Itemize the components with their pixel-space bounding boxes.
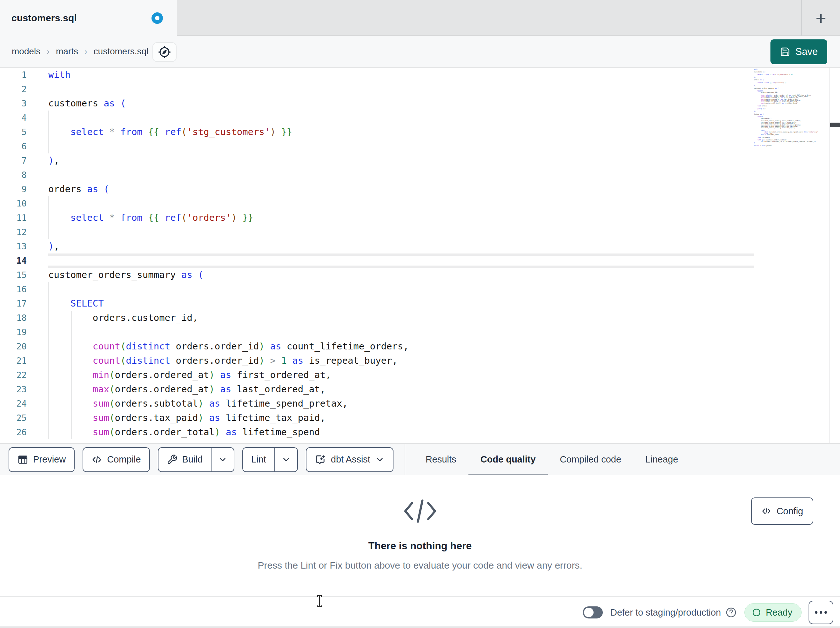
code-line-content xyxy=(48,111,754,125)
breadcrumb-bar: models › marts › customers.sql xyxy=(0,36,840,68)
new-tab-button[interactable]: + xyxy=(810,0,832,36)
tab-title: customers.sql xyxy=(11,13,77,24)
breadcrumb-item-marts[interactable]: marts xyxy=(56,46,78,57)
line-number: 25 xyxy=(0,411,27,425)
code-line[interactable]: 8 xyxy=(0,168,840,182)
more-options-button[interactable] xyxy=(808,601,833,624)
help-icon[interactable] xyxy=(725,607,737,618)
dbt-assist-button-label: dbt Assist xyxy=(331,454,370,465)
code-line[interactable]: 9orders as ( xyxy=(0,182,840,196)
tab-compiled-code[interactable]: Compiled code xyxy=(548,443,633,476)
line-number: 5 xyxy=(0,125,27,139)
dbt-ide-window: customers.sql + models › marts › custome… xyxy=(0,0,840,628)
toolbar-tabs-divider xyxy=(404,443,405,476)
code-editor[interactable]: 1with23customers as (45 select * from {{… xyxy=(0,68,840,443)
wrench-icon xyxy=(167,454,177,465)
code-line[interactable]: 4 xyxy=(0,111,840,125)
lint-menu-button[interactable] xyxy=(275,448,297,471)
scrollbar-thumb[interactable] xyxy=(830,123,840,127)
build-button-label: Build xyxy=(182,454,203,465)
code-minimap[interactable]: with customers as ( select * from {{ ref… xyxy=(754,69,827,151)
table-icon xyxy=(17,454,28,465)
breadcrumb: models › marts › customers.sql xyxy=(12,36,148,67)
config-button-label: Config xyxy=(777,506,803,517)
indent-guide xyxy=(48,196,49,239)
code-line[interactable]: 6 xyxy=(0,139,840,153)
code-line[interactable]: 19 xyxy=(0,325,840,339)
breadcrumb-item-file[interactable]: customers.sql xyxy=(94,46,148,57)
tab-results[interactable]: Results xyxy=(414,443,469,476)
code-line[interactable]: 16 xyxy=(0,282,840,296)
code-line-content: sum(orders.tax_paid) as lifetime_tax_pai… xyxy=(48,411,754,425)
results-tab-list: ResultsCode qualityCompiled codeLineage xyxy=(414,443,690,476)
code-line[interactable]: 11 select * from {{ ref('orders') }} xyxy=(0,210,840,225)
config-button[interactable]: Config xyxy=(751,497,813,525)
code-line[interactable]: 23 max(orders.ordered_at) as last_ordere… xyxy=(0,382,840,396)
code-line[interactable]: 1with xyxy=(0,68,840,82)
code-quality-panel: There is nothing here Press the Lint or … xyxy=(0,475,840,596)
code-line[interactable]: 21 count(distinct orders.order_id) > 1 a… xyxy=(0,354,840,368)
line-number: 26 xyxy=(0,425,27,439)
code-line[interactable]: 12 xyxy=(0,225,840,239)
defer-toggle[interactable] xyxy=(583,606,603,619)
line-number: 6 xyxy=(0,139,27,153)
line-number: 16 xyxy=(0,282,27,296)
code-line[interactable]: 2 xyxy=(0,82,840,96)
newtab-divider-line xyxy=(801,0,802,36)
code-line[interactable]: 22 min(orders.ordered_at) as first_order… xyxy=(0,368,840,382)
minimap-lines: with customers as ( select * from {{ ref… xyxy=(754,69,827,146)
line-number: 23 xyxy=(0,382,27,396)
tab-label: Code quality xyxy=(480,454,536,465)
status-bar: Defer to staging/production Ready xyxy=(0,596,840,628)
compile-button[interactable]: Compile xyxy=(82,447,150,472)
code-line[interactable]: 3customers as ( xyxy=(0,96,840,111)
code-line[interactable]: 18 orders.customer_id, xyxy=(0,311,840,325)
tab-label: Lineage xyxy=(645,454,678,465)
code-line[interactable]: 17 SELECT xyxy=(0,296,840,311)
editor-right-border xyxy=(829,68,829,443)
tab-label: Compiled code xyxy=(560,454,621,465)
code-line-content xyxy=(48,253,754,268)
tab-code-quality[interactable]: Code quality xyxy=(469,443,548,476)
code-line-content: count(distinct orders.order_id) as count… xyxy=(48,339,754,354)
build-button[interactable]: Build xyxy=(158,448,211,471)
chevron-down-icon xyxy=(375,455,385,464)
status-badge[interactable]: Ready xyxy=(744,603,802,622)
tab-customers-sql[interactable]: customers.sql xyxy=(0,0,177,36)
preview-button-label: Preview xyxy=(33,454,66,465)
code-line[interactable]: 20 count(distinct orders.order_id) as co… xyxy=(0,339,840,354)
save-button[interactable]: Save xyxy=(771,40,827,64)
line-number: 7 xyxy=(0,153,27,168)
tab-lineage[interactable]: Lineage xyxy=(633,443,690,476)
build-menu-button[interactable] xyxy=(211,448,234,471)
code-line-content: ), xyxy=(48,153,754,168)
code-line[interactable]: 15customer_orders_summary as ( xyxy=(0,268,840,282)
lint-button[interactable]: Lint xyxy=(243,448,275,471)
code-line-content xyxy=(48,139,754,153)
file-navigate-button[interactable] xyxy=(152,42,177,62)
defer-label: Defer to staging/production xyxy=(610,607,721,618)
save-button-label: Save xyxy=(795,46,818,57)
line-number: 1 xyxy=(0,68,27,82)
line-number: 12 xyxy=(0,225,27,239)
line-number: 15 xyxy=(0,268,27,282)
line-number: 21 xyxy=(0,354,27,368)
line-number: 20 xyxy=(0,339,27,354)
dbt-assist-button[interactable]: dbt Assist xyxy=(306,447,393,472)
ready-circle-icon xyxy=(752,607,761,617)
action-toolbar: Preview Compile Build xyxy=(0,443,840,475)
code-line[interactable]: 7), xyxy=(0,153,840,168)
code-line[interactable]: 26 sum(orders.order_total) as lifetime_s… xyxy=(0,425,840,439)
code-line[interactable]: 14 xyxy=(0,253,840,268)
code-line[interactable]: 24 sum(orders.subtotal) as lifetime_spen… xyxy=(0,396,840,411)
code-line-content xyxy=(48,196,754,210)
breadcrumb-item-models[interactable]: models xyxy=(12,46,40,57)
code-line[interactable]: 10 xyxy=(0,196,840,210)
code-line[interactable]: 25 sum(orders.tax_paid) as lifetime_tax_… xyxy=(0,411,840,425)
code-line[interactable]: 13), xyxy=(0,239,840,253)
preview-button[interactable]: Preview xyxy=(9,447,75,472)
line-number: 8 xyxy=(0,168,27,182)
indent-guide xyxy=(48,111,49,153)
code-line-content: SELECT xyxy=(48,296,754,311)
code-line[interactable]: 5 select * from {{ ref('stg_customers') … xyxy=(0,125,840,139)
